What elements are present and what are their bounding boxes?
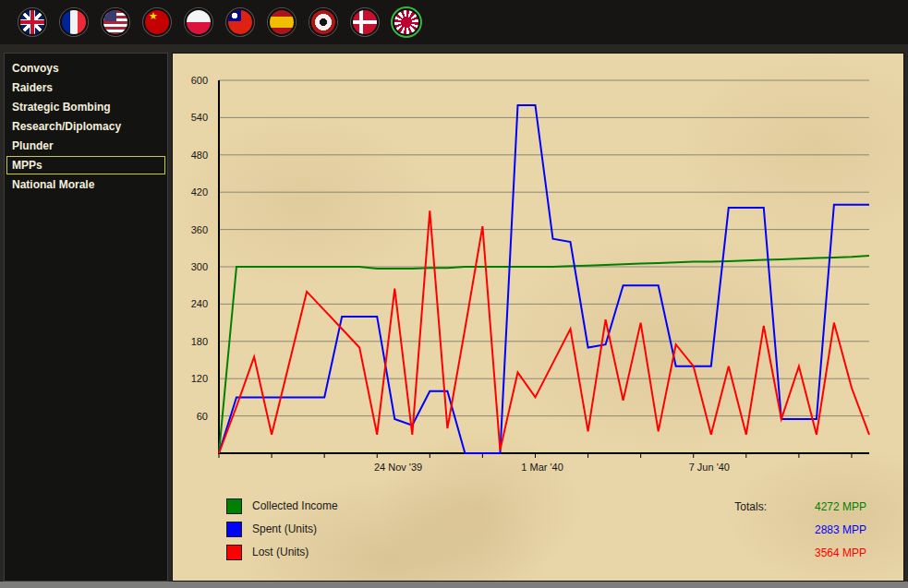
legend-row: Lost (Units)	[226, 544, 338, 560]
svg-text:60: 60	[197, 411, 208, 422]
sidebar-item-strategic-bombing[interactable]: Strategic Bombing	[6, 98, 165, 116]
svg-text:360: 360	[191, 224, 208, 235]
china-flag[interactable]	[226, 8, 254, 36]
total-lost-units: 3564 MPP	[800, 546, 866, 559]
legend-label-lost-units: Lost (Units)	[252, 546, 309, 558]
svg-text:600: 600	[191, 75, 208, 86]
legend-swatch-lost-units	[226, 545, 242, 560]
svg-text:24 Nov '39: 24 Nov '39	[374, 462, 422, 473]
sidebar-item-mpps[interactable]: MPPs	[6, 156, 165, 174]
sidebar-item-national-morale[interactable]: National Morale	[6, 175, 165, 194]
svg-text:300: 300	[191, 261, 208, 272]
content-area: ConvoysRaidersStrategic BombingResearch/…	[4, 53, 904, 582]
totals-label: Totals:	[734, 500, 767, 513]
legend-swatch-collected-income	[226, 498, 242, 514]
total-collected-income: 4272 MPP	[800, 500, 866, 513]
app-window: ConvoysRaidersStrategic BombingResearch/…	[0, 0, 908, 588]
denmark-flag[interactable]	[351, 8, 379, 36]
svg-text:180: 180	[191, 336, 208, 347]
svg-text:420: 420	[191, 186, 208, 198]
nation-flag-bar	[0, 0, 908, 44]
svg-text:7 Jun '40: 7 Jun '40	[689, 462, 730, 473]
legend-row: Collected Income	[226, 498, 338, 514]
report-menu: ConvoysRaidersStrategic BombingResearch/…	[4, 53, 168, 582]
legend-row: Spent (Units)	[226, 521, 338, 537]
totals-row: 2883 MPP	[734, 522, 866, 538]
chart-totals: Totals:4272 MPP2883 MPP3564 MPP	[734, 498, 866, 568]
bottom-strip	[0, 582, 908, 588]
sidebar-item-raiders[interactable]: Raiders	[6, 78, 165, 97]
uk-flag[interactable]	[18, 8, 46, 36]
japan-flag[interactable]	[393, 8, 420, 36]
sidebar-item-plunder[interactable]: Plunder	[6, 137, 165, 155]
poland-flag[interactable]	[185, 8, 212, 36]
report-panel: 6012018024030036042048054060024 Nov '391…	[172, 53, 904, 582]
svg-text:240: 240	[191, 298, 208, 309]
usa-flag[interactable]	[102, 8, 129, 36]
legend-label-collected-income: Collected Income	[252, 499, 338, 512]
mpp-chart: 6012018024030036042048054060024 Nov '391…	[173, 54, 905, 487]
sidebar-item-research-diplomacy[interactable]: Research/Diplomacy	[6, 117, 165, 136]
totals-row: Totals:4272 MPP	[734, 498, 866, 515]
svg-text:120: 120	[191, 373, 208, 384]
legend-swatch-spent-units	[226, 522, 242, 537]
svg-text:480: 480	[191, 150, 208, 161]
france-flag[interactable]	[60, 8, 88, 36]
chart-legend: Collected IncomeSpent (Units)Lost (Units…	[226, 498, 338, 567]
svg-text:1 Mar '40: 1 Mar '40	[521, 462, 563, 473]
ussr-flag[interactable]	[143, 8, 171, 36]
spain-flag[interactable]	[268, 8, 296, 36]
legend-label-spent-units: Spent (Units)	[252, 522, 317, 535]
germany-flag[interactable]	[309, 8, 337, 36]
svg-text:540: 540	[191, 112, 208, 123]
sidebar-item-convoys[interactable]: Convoys	[6, 59, 165, 78]
totals-row: 3564 MPP	[734, 545, 866, 561]
total-spent-units: 2883 MPP	[800, 523, 866, 536]
